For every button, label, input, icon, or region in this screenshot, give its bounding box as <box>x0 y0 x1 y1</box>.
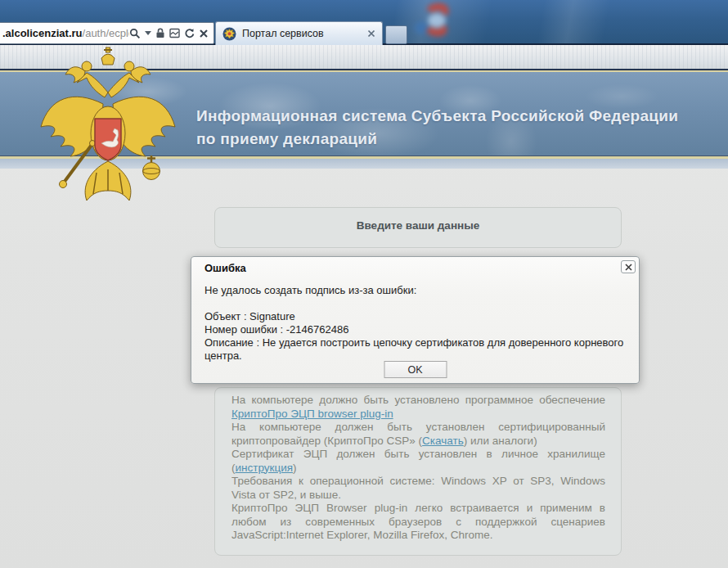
tab-title: Портал сервисов <box>242 28 367 39</box>
coat-of-arms-eagle-icon <box>36 47 180 205</box>
close-icon <box>625 264 632 271</box>
search-icon[interactable] <box>129 28 141 39</box>
url-path: /auth/ecplogin <box>83 27 129 39</box>
dialog-detail-code: Номер ошибки : -2146762486 <box>204 323 639 336</box>
instruction-text: На компьютере должно быть установлено пр… <box>231 394 605 406</box>
instruction-paragraph: Сертификат ЭЦП должен быть установлен в … <box>231 448 605 475</box>
lock-icon[interactable] <box>155 28 165 38</box>
dialog-close-button[interactable] <box>621 260 636 273</box>
tab-close-icon[interactable] <box>367 26 375 41</box>
chevron-down-icon[interactable] <box>145 31 151 35</box>
dialog-details: Объект : Signature Номер ошибки : -21467… <box>204 310 639 363</box>
tab-favicon-icon <box>222 27 236 41</box>
web-page: Информационная система Субъекта Российск… <box>0 45 728 568</box>
url-text[interactable]: .alcolicenziat.ru/auth/ecplogin <box>2 27 129 39</box>
site-title-line2: по приему деклараций <box>196 128 678 151</box>
instruction-paragraph: На компьютере должен быть установлен сер… <box>231 421 605 448</box>
url-domain: .alcolicenziat.ru <box>2 27 83 39</box>
instruction-text: ) <box>293 462 297 474</box>
dialog-message: Не удалось создать подпись из-за ошибки: <box>204 284 416 296</box>
site-title: Информационная система Субъекта Российск… <box>196 105 678 151</box>
instruction-text: ) или аналоги) <box>464 435 537 447</box>
instruction-paragraph: Требования к операционной системе: Windo… <box>231 475 605 502</box>
login-panel-title: Введите ваши данные <box>357 219 479 232</box>
new-tab-button[interactable] <box>385 25 407 44</box>
site-title-line1: Информационная система Субъекта Российск… <box>196 105 678 128</box>
manual-link[interactable]: инструкция <box>236 462 294 474</box>
instructions-panel: На компьютере должно быть установлено пр… <box>214 387 622 556</box>
desktop-shortcut-blur <box>413 0 465 43</box>
error-dialog: Ошибка Не удалось создать подпись из-за … <box>191 256 640 384</box>
download-csp-link[interactable]: Скачать <box>422 435 464 447</box>
dialog-detail-object: Объект : Signature <box>204 310 639 323</box>
address-bar[interactable]: .alcolicenziat.ru/auth/ecplogin <box>0 22 214 44</box>
dialog-detail-description: Описание : Не удается построить цепочку … <box>204 336 639 363</box>
tab-portal-servisov[interactable]: Портал сервисов <box>215 21 383 45</box>
instruction-paragraph: КриптоПро ЭЦП Browser plug-in легко встр… <box>231 502 605 543</box>
compatibility-view-icon[interactable] <box>169 28 180 38</box>
dialog-title: Ошибка <box>204 262 246 274</box>
login-panel-header: Введите ваши данные <box>214 207 622 248</box>
browser-chrome: .alcolicenziat.ru/auth/ecplogin <box>0 0 728 45</box>
stop-icon[interactable] <box>199 29 209 38</box>
cryptopro-plugin-link[interactable]: КриптоПро ЭЦП browser plug-in <box>231 408 393 420</box>
instruction-paragraph: На компьютере должно быть установлено пр… <box>231 394 605 421</box>
instruction-text: На компьютере должен быть установлен сер… <box>231 421 605 447</box>
ok-button[interactable]: OK <box>384 361 447 378</box>
refresh-icon[interactable] <box>184 28 195 38</box>
